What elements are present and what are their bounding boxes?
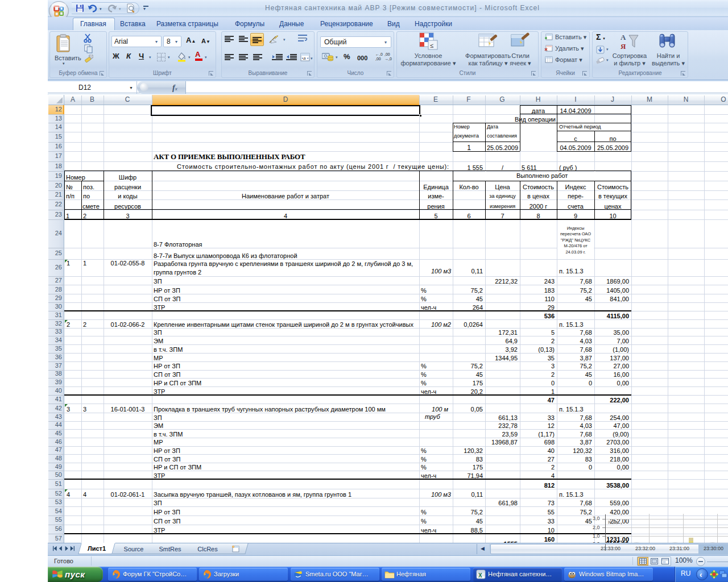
svg-text:Я: Я bbox=[621, 42, 626, 51]
svg-text:А: А bbox=[621, 33, 626, 41]
svg-text:a: a bbox=[303, 56, 306, 61]
svg-text:X: X bbox=[478, 572, 482, 579]
svg-text:≤: ≤ bbox=[430, 42, 433, 49]
